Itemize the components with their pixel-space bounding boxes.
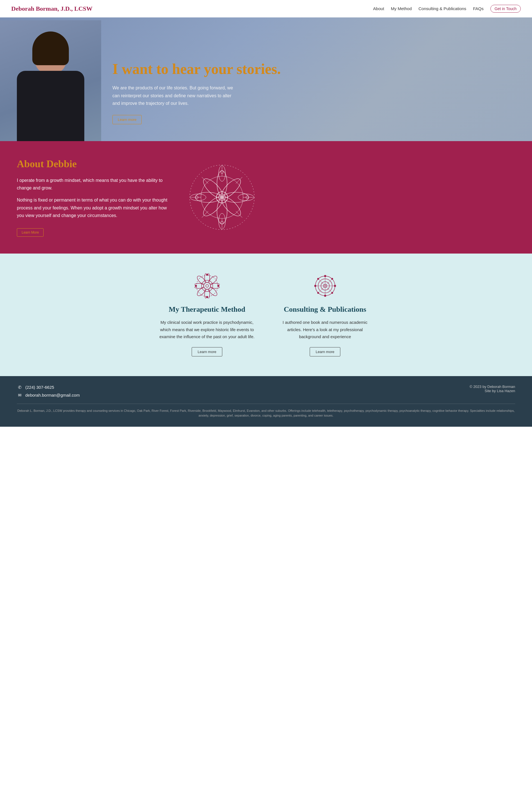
site-brand: Deborah Borman, J.D., LCSW <box>11 5 93 12</box>
svg-line-25 <box>202 177 208 184</box>
svg-point-56 <box>334 285 336 287</box>
therapy-icon <box>194 273 220 299</box>
svg-point-42 <box>206 296 208 298</box>
nav-consulting[interactable]: Consulting & Publications <box>418 6 466 11</box>
footer-right: © 2023 by Deborah Borman Site by Lisa Ha… <box>470 384 515 393</box>
footer-site-credit: Site by Lisa Hazen <box>470 389 515 393</box>
therapy-body: My clinical social work practice is psyc… <box>159 319 255 340</box>
consulting-title: Consulting & Publications <box>284 305 366 314</box>
mandala-icon <box>183 158 261 237</box>
hero-section: I want to hear your stories. We are the … <box>0 17 532 141</box>
svg-point-53 <box>324 275 326 277</box>
svg-point-57 <box>317 278 319 280</box>
consulting-icon <box>312 273 338 299</box>
email-icon: ✉ <box>17 393 22 398</box>
svg-point-54 <box>324 295 326 297</box>
about-content: About Debbie I operate from a growth min… <box>17 158 174 237</box>
svg-point-32 <box>196 275 218 297</box>
svg-point-60 <box>331 292 333 294</box>
nav-get-in-touch[interactable]: Get in Touch <box>490 5 521 13</box>
about-learn-more-button[interactable]: Learn More <box>17 228 43 237</box>
nav-menu: About My Method Consulting & Publication… <box>373 6 521 11</box>
svg-line-28 <box>236 211 242 217</box>
navigation: Deborah Borman, J.D., LCSW About My Meth… <box>0 0 532 17</box>
footer-email: deborah.borman@gmail.com <box>25 393 80 398</box>
hero-body: We are the products of our life stories.… <box>112 84 236 107</box>
therapy-card: My Therapeutic Method My clinical social… <box>159 273 255 357</box>
hero-learn-more-button[interactable]: Learn more <box>112 115 141 124</box>
therapy-learn-more-button[interactable]: Learn more <box>192 347 222 357</box>
mandala-decoration <box>174 158 270 237</box>
services-section: My Therapeutic Method My clinical social… <box>0 253 532 376</box>
about-title: About Debbie <box>17 158 174 170</box>
footer-phone-item: ✆ (224) 307-6625 <box>17 384 80 390</box>
nav-faqs[interactable]: FAQs <box>473 6 484 11</box>
footer-email-item: ✉ deborah.borman@gmail.com <box>17 393 80 398</box>
svg-line-27 <box>202 211 208 217</box>
footer: ✆ (224) 307-6625 ✉ deborah.borman@gmail.… <box>0 376 532 427</box>
svg-line-26 <box>236 177 242 184</box>
footer-contact: ✆ (224) 307-6625 ✉ deborah.borman@gmail.… <box>17 384 80 398</box>
hero-photo <box>0 20 101 141</box>
nav-about[interactable]: About <box>373 6 384 11</box>
svg-point-41 <box>206 274 208 275</box>
svg-point-31 <box>206 284 209 287</box>
consulting-learn-more-button[interactable]: Learn more <box>310 347 340 357</box>
footer-phone: (224) 307-6625 <box>25 385 54 389</box>
consulting-card: Consulting & Publications I authored one… <box>278 273 373 357</box>
footer-legal: Deborah L. Borman, J.D., LCSW provides t… <box>17 404 515 418</box>
about-section: About Debbie I operate from a growth min… <box>0 141 532 253</box>
svg-point-58 <box>331 278 333 280</box>
consulting-body: I authored one book and numerous academi… <box>278 319 373 340</box>
nav-my-method[interactable]: My Method <box>391 6 412 11</box>
footer-copyright: © 2023 by Deborah Borman <box>470 384 515 389</box>
phone-icon: ✆ <box>17 384 22 390</box>
hero-title: I want to hear your stories. <box>112 61 515 78</box>
svg-point-29 <box>202 280 213 291</box>
svg-point-55 <box>315 285 316 287</box>
about-paragraph-1: I operate from a growth mindset, which m… <box>17 176 174 192</box>
svg-point-44 <box>217 285 219 287</box>
hero-content: I want to hear your stories. We are the … <box>101 44 532 141</box>
svg-point-43 <box>195 285 197 287</box>
svg-point-59 <box>317 292 319 294</box>
about-paragraph-2: Nothing is fixed or permanent in terms o… <box>17 196 174 219</box>
footer-main: ✆ (224) 307-6625 ✉ deborah.borman@gmail.… <box>17 384 515 398</box>
therapy-title: My Therapeutic Method <box>169 305 245 314</box>
